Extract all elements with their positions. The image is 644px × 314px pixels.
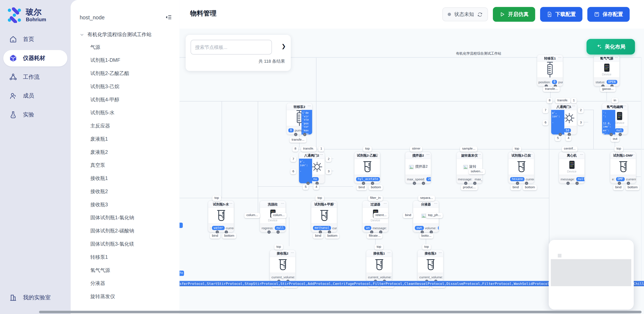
sidebar-item-members[interactable]: 成员	[3, 88, 67, 104]
port-handle-icon[interactable]: ›	[362, 182, 365, 185]
node-transfer-pump-1[interactable]: 转移泵1•••position:0pump››	[537, 55, 563, 86]
tree-item[interactable]: 旋转蒸发仪	[71, 290, 180, 303]
tree-root-workstation[interactable]: 有机化学流程综合测试工作站	[71, 20, 180, 38]
tree-item[interactable]: 分液器	[71, 277, 180, 290]
port-chip-top_ph[interactable]: top_ph...	[426, 213, 443, 218]
port-chip-bottom[interactable]: bottom	[626, 185, 640, 190]
port-chip-6[interactable]: 6	[542, 120, 548, 125]
port-chip-in[interactable]: in	[612, 98, 618, 103]
port-handle-icon[interactable]: ›	[516, 182, 519, 185]
tree-item[interactable]: 试剂瓶5-水	[71, 106, 180, 119]
port-chip-transfe[interactable]: transfe...	[290, 138, 306, 143]
collapse-panel-icon[interactable]	[166, 14, 172, 21]
node-menu-icon[interactable]: •••	[530, 154, 533, 156]
search-input[interactable]	[190, 40, 272, 54]
param-value-badge[interactable]: nul	[615, 128, 624, 133]
port-chip-top[interactable]: top	[614, 146, 623, 152]
port-chip-3[interactable]: 3	[578, 120, 584, 125]
port-chip-top[interactable]: top	[316, 196, 324, 201]
port-chip-transfe[interactable]: transfe.	[555, 98, 570, 103]
tree-item[interactable]: 转移泵1	[71, 251, 180, 264]
brand-logo[interactable]: 玻尔 Bohrium	[0, 0, 71, 23]
port-chip-top[interactable]: top	[374, 244, 383, 250]
sidebar-item-instruments[interactable]: 仪器耗材	[3, 50, 67, 66]
tree-item[interactable]: 接收瓶2	[71, 185, 180, 198]
port-handle-icon[interactable]: ›	[610, 133, 613, 136]
port-chip-bottom[interactable]: bottom	[369, 185, 383, 190]
port-handle-icon[interactable]: ›	[618, 182, 621, 185]
node-menu-icon[interactable]: •••	[615, 56, 618, 59]
param-value-badge[interactable]: hexane	[510, 177, 524, 181]
port-handle-icon[interactable]: ›	[525, 182, 528, 185]
port-chip-8[interactable]: 8	[292, 146, 298, 152]
tree-item[interactable]: 主反应器	[71, 119, 180, 133]
node-menu-icon[interactable]: •••	[426, 154, 430, 156]
port-chip-top[interactable]: top	[422, 244, 431, 250]
param-value-badge[interactable]: Id	[564, 128, 571, 133]
param-value-badge[interactable]: 0	[552, 80, 557, 84]
port-chip-filter_in[interactable]: filter_in	[368, 196, 383, 201]
port-chip-colum[interactable]: colum...	[244, 213, 260, 218]
tree-item[interactable]: 试剂瓶1-DMF	[71, 54, 180, 67]
port-handle-icon[interactable]: ›	[473, 182, 476, 185]
port-chip-1[interactable]: 1	[571, 98, 577, 103]
port-handle-icon[interactable]: ›	[566, 182, 570, 185]
node-receiver-bottle-1[interactable]: 接收瓶1•••current_volume:0››	[366, 250, 392, 281]
port-handle-icon[interactable]: ›	[422, 182, 425, 185]
param-value-badge[interactable]: methanol	[313, 226, 331, 230]
node-menu-icon[interactable]: •••	[623, 105, 626, 107]
horizontal-scrollbar[interactable]	[39, 311, 642, 313]
tree-item[interactable]: 试剂瓶4-甲醇	[71, 93, 180, 106]
port-chip-stirrer[interactable]: stirrer	[410, 146, 422, 152]
port-chip-centrif[interactable]: centrif...	[562, 146, 578, 152]
save-config-button[interactable]: 保存配置	[588, 7, 630, 22]
node-eight-way-valve-2[interactable]: 八通阀门2•••p',ion': 'status:nu››	[299, 152, 324, 183]
port-handle-icon[interactable]: ›	[618, 133, 622, 136]
param-value-badge[interactable]: OPEN	[606, 80, 617, 84]
node-menu-icon[interactable]: •••	[376, 154, 378, 156]
node-stirrer-2[interactable]: 搅拌器2•••搅拌器2max_speed:2000››	[406, 152, 431, 183]
param-value-badge[interactable]: null	[576, 177, 584, 181]
sidebar-item-home[interactable]: 首页	[3, 31, 67, 48]
port-chip-4[interactable]: 4	[314, 184, 320, 190]
port-chip-7[interactable]: 7	[290, 157, 296, 162]
port-chip-5[interactable]: 5	[303, 184, 308, 190]
port-chip-top[interactable]: top	[363, 146, 372, 152]
param-value-badge[interactable]: wn	[364, 226, 371, 230]
sidebar-item-experiment[interactable]: 实验	[3, 107, 67, 123]
tree-item[interactable]: 固体试剂瓶2-碳酸钠	[71, 224, 180, 238]
port-chip-8[interactable]: 8	[547, 98, 553, 103]
param-value-badge[interactable]: own	[415, 226, 424, 230]
port-chip-retent[interactable]: retent...	[373, 213, 388, 218]
port-chip-bind[interactable]: bind	[356, 185, 367, 190]
node-eight-way-valve-1[interactable]: 八通阀门1•••p',ion': 'status:Id››	[551, 103, 577, 135]
node-menu-icon[interactable]: •••	[387, 251, 390, 254]
port-handle-icon[interactable]: ›	[294, 133, 297, 136]
port-chip-bind[interactable]: bind	[613, 185, 623, 190]
node-reagent-bottle-5[interactable]: 试剂瓶5-水•••:watercurrent_v››	[208, 201, 234, 232]
port-chip-produc[interactable]: produc...	[461, 185, 478, 190]
port-chip-bind[interactable]: bind	[313, 233, 323, 239]
node-menu-icon[interactable]: •••	[478, 154, 481, 156]
param-value-badge[interactable]: null	[275, 226, 286, 230]
node-reagent-bottle-1[interactable]: 试剂瓶1-DMF•••e:DMFcurrent_vol››	[610, 152, 636, 183]
port-chip-botto[interactable]: botto...	[419, 233, 434, 239]
node-menu-icon[interactable]: •••	[291, 251, 294, 254]
port-chip-bind[interactable]: bind	[403, 213, 413, 218]
port-chip-out[interactable]: out	[611, 137, 620, 142]
node-menu-icon[interactable]: •••	[332, 202, 336, 205]
tree-item[interactable]: 接收瓶1	[71, 172, 180, 185]
port-chip-solven[interactable]: solven...	[469, 169, 485, 174]
port-handle-icon[interactable]: ›	[627, 182, 630, 185]
port-chip-bottom[interactable]: bottom	[222, 233, 236, 239]
port-chip-top[interactable]: top	[513, 146, 522, 152]
tree-item[interactable]: 废液瓶1	[71, 132, 180, 146]
tree-item[interactable]: 真空泵	[71, 159, 180, 172]
node-h2-gas-source[interactable]: 氢气气源•••Devicestatus:OPEN››	[594, 55, 620, 86]
port-chip-gasso[interactable]: gasso...	[600, 86, 616, 92]
node-reagent-bottle-3[interactable]: 试剂瓶3-己烷•••hexanecurrent_v››	[508, 152, 534, 183]
node-menu-icon[interactable]: •••	[572, 105, 576, 107]
port-handle-icon[interactable]: ›	[303, 133, 306, 136]
tree-item[interactable]: 气源	[71, 41, 180, 54]
param-value-badge[interactable]: nu	[312, 177, 318, 181]
